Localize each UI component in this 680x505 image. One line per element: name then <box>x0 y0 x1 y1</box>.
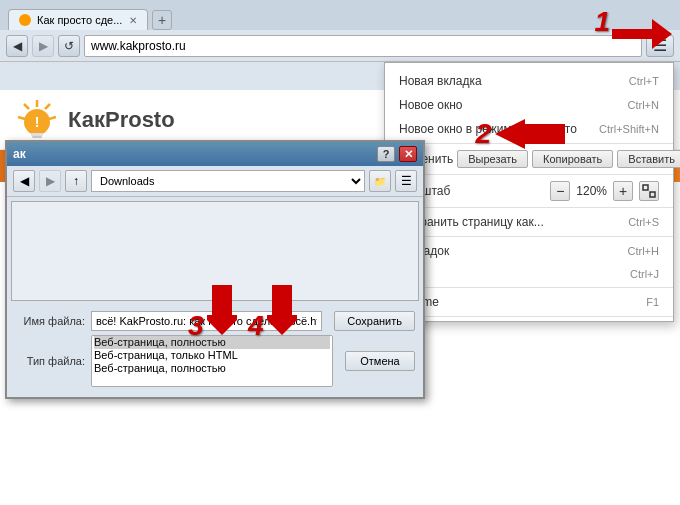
dialog-help-button[interactable]: ? <box>377 146 395 162</box>
forward-button[interactable]: ▶ <box>32 35 54 57</box>
menu-bookmarks[interactable]: закладок Ctrl+H <box>385 239 673 263</box>
copy-button[interactable]: Копировать <box>532 150 613 168</box>
svg-rect-6 <box>31 133 43 136</box>
annotation-number-2: 2 <box>475 118 491 150</box>
filename-label: Имя файла: <box>15 315 85 327</box>
svg-marker-17 <box>495 119 565 149</box>
menu-section-bookmarks: закладок Ctrl+H Ctrl+J <box>385 237 673 288</box>
tab-bar: Как просто сде... ✕ + <box>0 0 680 30</box>
back-button[interactable]: ◀ <box>6 35 28 57</box>
logo-prosto: Prosto <box>105 107 175 132</box>
dialog-close-button[interactable]: ✕ <box>399 146 417 162</box>
svg-marker-18 <box>207 285 237 335</box>
menu-new-window[interactable]: Новое окно Ctrl+N <box>385 93 673 117</box>
zoom-minus-button[interactable]: − <box>550 181 570 201</box>
save-button[interactable]: Сохранить <box>334 311 415 331</box>
svg-marker-19 <box>267 285 297 335</box>
dialog-path-select[interactable]: Downloads <box>91 170 365 192</box>
logo-area: ! КакProsto <box>12 95 175 145</box>
svg-rect-7 <box>32 136 42 138</box>
tab-close-btn[interactable]: ✕ <box>129 15 137 26</box>
refresh-button[interactable]: ↺ <box>58 35 80 57</box>
cut-button[interactable]: Вырезать <box>457 150 528 168</box>
arrow3-svg <box>207 285 237 335</box>
annotation-arrow-2: 2 <box>475 118 565 150</box>
svg-line-3 <box>24 104 29 109</box>
dialog-forward-button[interactable]: ▶ <box>39 170 61 192</box>
chrome-dropdown-menu: Новая вкладка Ctrl+T Новое окно Ctrl+N Н… <box>384 62 674 322</box>
zoom-value: 120% <box>576 184 607 198</box>
paste-button[interactable]: Вставить <box>617 150 680 168</box>
dialog-titlebar: ак ? ✕ <box>7 142 423 166</box>
arrow2-svg <box>495 119 565 149</box>
menu-chrome-item[interactable]: chrome F1 <box>385 290 673 314</box>
dialog-toolbar: ◀ ▶ ↑ Downloads 📁 ☰ <box>7 166 423 197</box>
annotation-arrow-1: 1 <box>612 14 672 57</box>
dialog-new-folder-button[interactable]: 📁 <box>369 170 391 192</box>
annotation-number-1: 1 <box>594 6 610 38</box>
dialog-view-button[interactable]: ☰ <box>395 170 417 192</box>
fullscreen-button[interactable] <box>639 181 659 201</box>
address-input[interactable] <box>84 35 642 57</box>
dialog-back-button[interactable]: ◀ <box>13 170 35 192</box>
type-option-html[interactable]: Веб-страница, только HTML <box>94 349 330 362</box>
browser-window: Как просто сде... ✕ + ◀ ▶ ↺ ☰ <box>0 0 680 505</box>
svg-marker-16 <box>612 19 672 49</box>
type-option-full2[interactable]: Веб-страница, полностью <box>94 362 330 375</box>
menu-new-tab[interactable]: Новая вкладка Ctrl+T <box>385 69 673 93</box>
zoom-plus-button[interactable]: + <box>613 181 633 201</box>
cancel-action-col: Отмена <box>345 351 415 371</box>
menu-save-page[interactable]: Сохранить страницу как... Ctrl+S <box>385 210 673 234</box>
tab-favicon <box>19 14 31 26</box>
dialog-title: ак <box>13 147 373 161</box>
address-bar-row: ◀ ▶ ↺ ☰ <box>0 30 680 62</box>
filetype-select[interactable]: Веб-страница, полностью Веб-страница, то… <box>91 335 333 387</box>
logo-svg: ! <box>12 95 62 145</box>
logo-kak: Как <box>68 107 105 132</box>
annotation-number-3: 3 <box>188 310 204 341</box>
tab-label: Как просто сде... <box>37 14 122 26</box>
svg-rect-15 <box>650 192 655 197</box>
menu-section-save: Сохранить страницу как... Ctrl+S <box>385 208 673 237</box>
menu-section-help: chrome F1 <box>385 288 673 317</box>
svg-line-4 <box>18 117 25 119</box>
dialog-up-button[interactable]: ↑ <box>65 170 87 192</box>
zoom-row: Масштаб − 120% + <box>385 177 673 205</box>
annotation-arrow-3: 3 <box>188 285 237 342</box>
svg-line-2 <box>49 117 56 119</box>
arrow1-svg <box>612 14 672 54</box>
filetype-row: Тип файла: Веб-страница, полностью Веб-с… <box>15 335 415 387</box>
annotation-number-4: 4 <box>248 310 264 341</box>
new-tab-button[interactable]: + <box>152 10 172 30</box>
cancel-button[interactable]: Отмена <box>345 351 415 371</box>
svg-line-1 <box>45 104 50 109</box>
filetype-label: Тип файла: <box>15 355 85 367</box>
annotation-arrow-4: 4 <box>248 285 297 342</box>
svg-rect-14 <box>643 185 648 190</box>
menu-history[interactable]: Ctrl+J <box>385 263 673 285</box>
arrow4-svg <box>267 285 297 335</box>
logo-text: КакProsto <box>68 107 175 133</box>
save-action-col: Сохранить <box>334 311 415 331</box>
svg-text:!: ! <box>35 114 40 130</box>
menu-section-zoom: Масштаб − 120% + <box>385 175 673 208</box>
save-dialog: ак ? ✕ ◀ ▶ ↑ Downloads 📁 ☰ Имя файла: Со… <box>5 140 425 399</box>
active-tab[interactable]: Как просто сде... ✕ <box>8 9 148 30</box>
